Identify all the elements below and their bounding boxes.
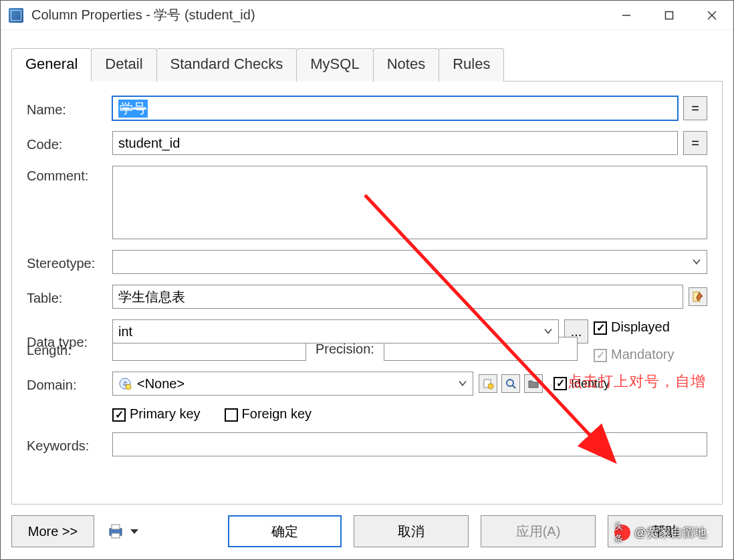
foreign-key-checkbox[interactable]: Foreign key — [225, 406, 312, 422]
label-length: Length: — [27, 340, 106, 358]
comment-input[interactable] — [112, 166, 707, 239]
svg-line-11 — [513, 386, 515, 388]
minimize-button[interactable] — [605, 1, 648, 29]
titlebar: Column Properties - 学号 (student_id) — [1, 1, 733, 30]
label-stereotype: Stereotype: — [27, 253, 106, 271]
tab-detail[interactable]: Detail — [91, 48, 156, 82]
help-button[interactable]: 帮助 — [608, 515, 723, 547]
tab-mysql[interactable]: MySQL — [296, 48, 373, 82]
keywords-input[interactable] — [112, 432, 707, 456]
row-keys: Primary key Foreign key — [27, 406, 707, 422]
label-code: Code: — [27, 134, 106, 152]
tab-notes[interactable]: Notes — [373, 48, 439, 82]
label-table: Table: — [27, 288, 106, 306]
magnify-icon — [505, 378, 517, 390]
app-icon — [9, 8, 23, 23]
displayed-checkbox[interactable]: Displayed — [594, 319, 707, 335]
preview-dropdown-button[interactable] — [106, 522, 138, 541]
data-type-value: int — [118, 324, 132, 339]
folder-icon — [527, 378, 539, 390]
tab-standard-checks[interactable]: Standard Checks — [156, 48, 297, 82]
close-icon — [707, 10, 717, 21]
label-name: Name: — [27, 100, 106, 118]
chevron-down-icon — [458, 376, 467, 392]
name-input-value: 学号 — [118, 100, 148, 118]
page-pencil-icon — [692, 291, 704, 303]
cancel-button[interactable]: 取消 — [354, 515, 469, 547]
chevron-down-icon — [130, 529, 138, 534]
new-icon — [482, 378, 494, 390]
svg-point-9 — [488, 384, 493, 389]
minimize-icon — [622, 11, 631, 20]
domain-new-button[interactable] — [479, 374, 497, 393]
domain-icon: # — [118, 377, 132, 390]
window-controls — [605, 1, 733, 29]
row-table: Table: — [27, 285, 707, 309]
label-comment: Comment: — [27, 166, 106, 184]
tab-general[interactable]: General — [11, 48, 92, 82]
tab-rules[interactable]: Rules — [439, 48, 504, 82]
svg-point-10 — [507, 380, 513, 386]
row-keywords: Keywords: — [27, 432, 707, 456]
domain-action-icons — [479, 374, 543, 393]
chevron-down-icon — [543, 324, 553, 339]
primary-key-checkbox[interactable]: Primary key — [112, 406, 201, 422]
stereotype-combo[interactable] — [112, 250, 707, 274]
name-input[interactable]: 学号 — [112, 96, 678, 120]
name-sync-button[interactable]: = — [683, 96, 707, 120]
domain-value: <None> — [137, 376, 185, 392]
svg-point-7 — [126, 384, 131, 390]
close-button[interactable] — [691, 1, 733, 29]
general-panel: Name: 学号 = Code: = Comment: — [11, 82, 723, 505]
identity-checkbox[interactable]: Identity — [554, 377, 610, 391]
preview-icon — [106, 522, 125, 541]
data-type-combo[interactable]: int — [112, 319, 559, 343]
table-input[interactable] — [112, 285, 683, 309]
domain-find-button[interactable] — [501, 374, 520, 393]
maximize-button[interactable] — [648, 1, 691, 29]
code-input[interactable] — [112, 131, 678, 155]
svg-rect-16 — [112, 533, 120, 538]
dialog-footer: More >> 确定 取消 应用(A) 帮助 — [11, 505, 723, 547]
row-comment: Comment: — [27, 166, 707, 239]
domain-properties-button[interactable] — [524, 374, 543, 393]
maximize-icon — [664, 11, 674, 20]
dialog-content: General Detail Standard Checks MySQL Not… — [1, 30, 733, 559]
chevron-down-icon — [692, 255, 701, 270]
dialog-window: Column Properties - 学号 (student_id) Gene… — [0, 0, 734, 560]
table-properties-button[interactable] — [689, 287, 707, 306]
row-name: Name: 学号 = — [27, 96, 707, 120]
tabs: General Detail Standard Checks MySQL Not… — [11, 47, 723, 82]
svg-rect-15 — [112, 525, 120, 529]
row-stereotype: Stereotype: — [27, 250, 707, 274]
more-button[interactable]: More >> — [11, 515, 94, 547]
window-title: Column Properties - 学号 (student_id) — [31, 6, 605, 24]
apply-button[interactable]: 应用(A) — [481, 515, 596, 547]
label-domain: Domain: — [27, 375, 106, 393]
ok-button[interactable]: 确定 — [228, 515, 342, 547]
code-sync-button[interactable]: = — [683, 131, 707, 155]
label-keywords: Keywords: — [27, 436, 106, 454]
svg-rect-1 — [666, 11, 673, 19]
row-code: Code: = — [27, 131, 707, 155]
row-domain: Domain: # <None> Identity — [27, 372, 707, 396]
domain-combo[interactable]: # <None> — [112, 372, 473, 396]
